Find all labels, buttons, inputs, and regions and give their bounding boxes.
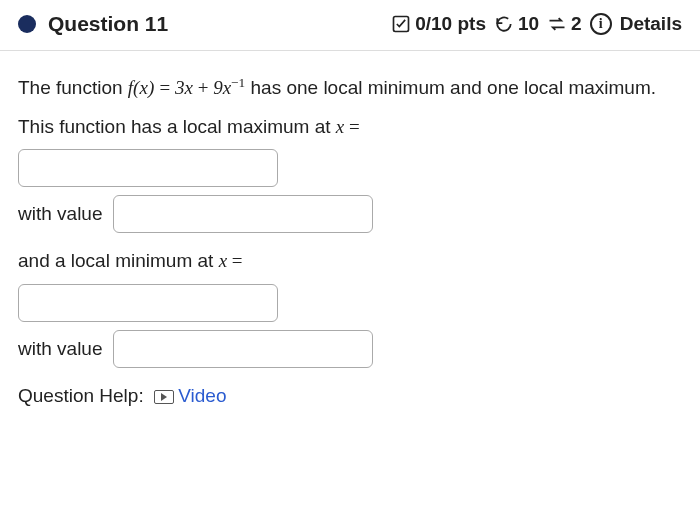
- function-lhs: f(x): [128, 77, 154, 98]
- status-dot-icon: [18, 15, 36, 33]
- attempts-text: 10: [518, 13, 539, 35]
- cycle-icon: [547, 14, 567, 34]
- input-min-x[interactable]: [18, 284, 278, 322]
- question-header: Question 11 0/10 pts 10 2 i Details: [0, 0, 700, 51]
- input-row-min-x: [18, 284, 682, 322]
- score-chip: 0/10 pts: [391, 13, 486, 35]
- resubmit-chip: 2: [547, 13, 582, 35]
- resubmit-text: 2: [571, 13, 582, 35]
- video-label: Video: [178, 385, 226, 406]
- video-icon: [154, 390, 174, 404]
- checkbox-edit-icon: [391, 14, 411, 34]
- with-value-label-1: with value: [18, 200, 103, 229]
- prompt-line-1: The function f(x) = 3x + 9x−1 has one lo…: [18, 73, 682, 103]
- question-title: Question 11: [48, 12, 168, 36]
- prompt-line-3: and a local minimum at x =: [18, 247, 682, 276]
- intro-tail: has one local minimum and one local maxi…: [251, 77, 657, 98]
- details-link[interactable]: Details: [620, 13, 682, 35]
- prompt-line-2: This function has a local maximum at x =: [18, 113, 682, 142]
- input-row-max-x: [18, 149, 682, 187]
- input-max-value[interactable]: [113, 195, 373, 233]
- question-meta: 0/10 pts 10 2 i Details: [391, 13, 682, 35]
- help-label: Question Help:: [18, 385, 144, 406]
- input-row-min-val: with value: [18, 330, 682, 368]
- score-text: 0/10 pts: [415, 13, 486, 35]
- input-min-value[interactable]: [113, 330, 373, 368]
- input-max-x[interactable]: [18, 149, 278, 187]
- with-value-label-2: with value: [18, 335, 103, 364]
- exponent: −1: [231, 75, 245, 90]
- attempts-chip: 10: [494, 13, 539, 35]
- info-icon[interactable]: i: [590, 13, 612, 35]
- undo-icon: [494, 14, 514, 34]
- term-a: 3x: [175, 77, 193, 98]
- question-help: Question Help: Video: [18, 382, 682, 411]
- input-row-max-val: with value: [18, 195, 682, 233]
- video-link[interactable]: Video: [154, 385, 226, 406]
- question-body: The function f(x) = 3x + 9x−1 has one lo…: [0, 51, 700, 422]
- term-b: 9x: [213, 77, 231, 98]
